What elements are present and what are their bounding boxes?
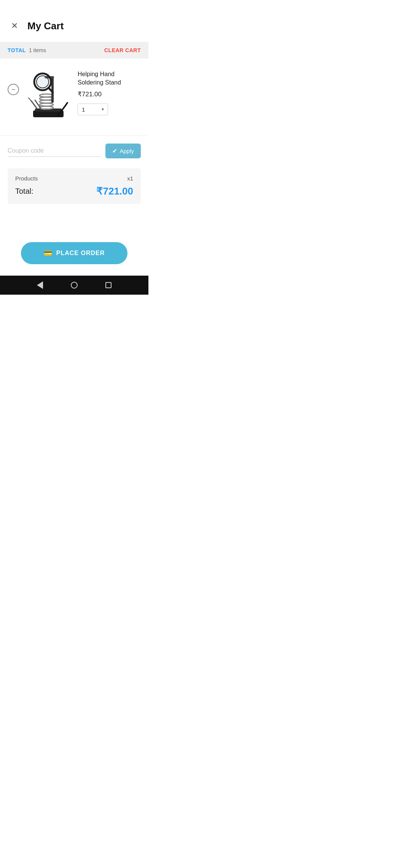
price-summary: Products x1 Total: ₹721.00 [8, 168, 141, 204]
quantity-value: 1 [82, 106, 85, 113]
products-label: Products [15, 175, 38, 182]
total-label: TOTAL [8, 47, 26, 53]
coupon-check-icon: ✔ [112, 147, 117, 155]
product-illustration [25, 70, 71, 120]
android-nav-bar [0, 276, 148, 295]
minus-icon: − [11, 86, 16, 94]
chevron-down-icon: ▾ [102, 107, 104, 112]
place-order-button[interactable]: 💳 PLACE ORDER [21, 242, 127, 264]
apply-coupon-button[interactable]: ✔ Apply [105, 144, 141, 158]
items-count: 1 items [29, 47, 46, 53]
svg-line-13 [29, 98, 31, 101]
cart-item: − [8, 65, 141, 126]
product-price: ₹721.00 [78, 90, 141, 98]
close-button[interactable]: ✕ [8, 19, 21, 33]
clear-cart-button[interactable]: CLEAR CART [104, 47, 141, 53]
page-title: My Cart [27, 20, 64, 32]
products-qty: x1 [127, 175, 133, 182]
svg-point-6 [40, 94, 53, 97]
product-image [24, 69, 73, 122]
products-row: Products x1 [15, 175, 133, 182]
nav-home-button[interactable] [71, 282, 78, 289]
quantity-selector[interactable]: 1 ▾ [78, 104, 108, 115]
card-icon: 💳 [44, 249, 53, 257]
cart-summary-left: TOTAL 1 items [8, 47, 46, 53]
coupon-section: ✔ Apply [0, 136, 148, 162]
place-order-label: PLACE ORDER [56, 250, 105, 257]
product-info: Helping Hand Soldering Stand ₹721.00 1 ▾ [78, 69, 141, 115]
remove-item-button[interactable]: − [8, 84, 19, 95]
total-amount: ₹721.00 [96, 185, 133, 197]
product-name: Helping Hand Soldering Stand [78, 70, 141, 87]
total-label-text: Total: [15, 187, 33, 196]
place-order-section: 💳 PLACE ORDER [0, 227, 148, 276]
total-row: Total: ₹721.00 [15, 185, 133, 197]
nav-recent-button[interactable] [105, 282, 112, 288]
close-icon: ✕ [11, 21, 18, 31]
coupon-input[interactable] [8, 145, 101, 157]
cart-summary-bar: TOTAL 1 items CLEAR CART [0, 42, 148, 59]
nav-back-button[interactable] [37, 281, 43, 289]
header: ✕ My Cart [0, 0, 148, 40]
apply-label: Apply [119, 148, 134, 154]
svg-point-10 [37, 76, 49, 88]
cart-items-list: − [0, 59, 148, 132]
